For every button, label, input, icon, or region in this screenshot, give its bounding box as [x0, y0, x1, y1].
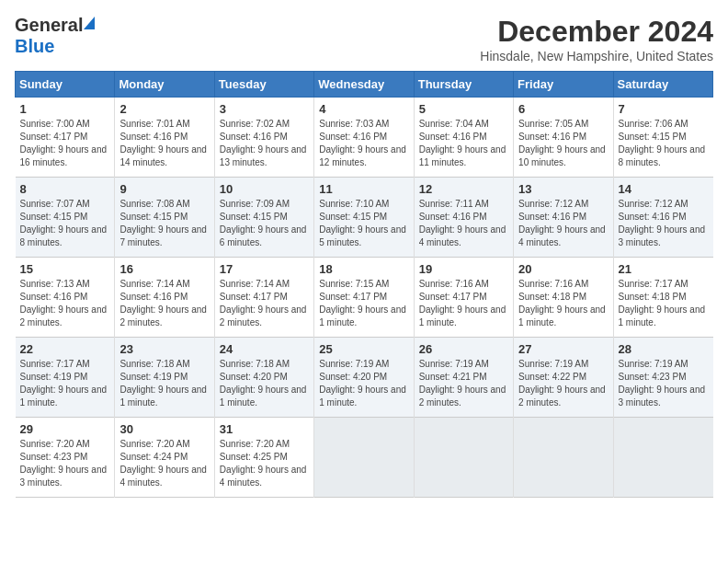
- sunset-label: Sunset: 4:18 PM: [518, 292, 586, 302]
- calendar-cell: 4Sunrise: 7:03 AMSunset: 4:16 PMDaylight…: [314, 98, 414, 178]
- day-number: 25: [319, 342, 408, 356]
- daylight-label: Daylight: 9 hours and 1 minute.: [119, 385, 207, 408]
- calendar-cell: 5Sunrise: 7:04 AMSunset: 4:16 PMDaylight…: [414, 98, 513, 178]
- sunset-label: Sunset: 4:16 PM: [220, 132, 288, 142]
- sunset-label: Sunset: 4:16 PM: [119, 292, 188, 302]
- day-number: 20: [518, 262, 608, 276]
- sunset-label: Sunset: 4:16 PM: [619, 212, 687, 222]
- sunrise-label: Sunrise: 7:12 AM: [619, 199, 688, 209]
- sunrise-label: Sunrise: 7:20 AM: [220, 439, 290, 449]
- day-info: Sunrise: 7:19 AMSunset: 4:23 PMDaylight:…: [619, 358, 709, 409]
- calendar-cell: 20Sunrise: 7:16 AMSunset: 4:18 PMDayligh…: [514, 258, 613, 338]
- sunrise-label: Sunrise: 7:10 AM: [319, 199, 389, 209]
- week-row-5: 29Sunrise: 7:20 AMSunset: 4:23 PMDayligh…: [16, 418, 713, 498]
- day-info: Sunrise: 7:20 AMSunset: 4:24 PMDaylight:…: [119, 438, 209, 489]
- sunset-label: Sunset: 4:16 PM: [119, 132, 188, 142]
- daylight-label: Daylight: 9 hours and 2 minutes.: [119, 304, 207, 327]
- day-info: Sunrise: 7:15 AMSunset: 4:17 PMDaylight:…: [319, 278, 408, 329]
- day-info: Sunrise: 7:00 AMSunset: 4:17 PMDaylight:…: [20, 118, 110, 169]
- daylight-label: Daylight: 9 hours and 4 minutes.: [119, 465, 207, 488]
- day-info: Sunrise: 7:14 AMSunset: 4:17 PMDaylight:…: [220, 278, 309, 329]
- calendar-cell: 11Sunrise: 7:10 AMSunset: 4:15 PMDayligh…: [314, 178, 414, 258]
- sunset-label: Sunset: 4:21 PM: [419, 372, 487, 382]
- sunrise-label: Sunrise: 7:08 AM: [119, 199, 189, 209]
- day-number: 10: [220, 182, 309, 196]
- daylight-label: Daylight: 9 hours and 3 minutes.: [20, 465, 108, 488]
- day-info: Sunrise: 7:18 AMSunset: 4:20 PMDaylight:…: [220, 358, 309, 409]
- day-info: Sunrise: 7:09 AMSunset: 4:15 PMDaylight:…: [220, 198, 309, 249]
- logo-blue: Blue: [15, 36, 54, 56]
- sunset-label: Sunset: 4:16 PM: [518, 132, 586, 142]
- daylight-label: Daylight: 9 hours and 2 minutes.: [20, 304, 108, 327]
- week-row-1: 1Sunrise: 7:00 AMSunset: 4:17 PMDaylight…: [16, 98, 713, 178]
- sunset-label: Sunset: 4:20 PM: [319, 372, 387, 382]
- sunset-label: Sunset: 4:19 PM: [20, 372, 88, 382]
- day-number: 4: [319, 102, 408, 116]
- sunrise-label: Sunrise: 7:20 AM: [20, 439, 90, 449]
- sunrise-label: Sunrise: 7:11 AM: [419, 199, 489, 209]
- logo-general: General: [15, 15, 83, 36]
- day-header-wednesday: Wednesday: [314, 72, 414, 98]
- sunset-label: Sunset: 4:15 PM: [220, 212, 288, 222]
- calendar-cell: 26Sunrise: 7:19 AMSunset: 4:21 PMDayligh…: [414, 338, 513, 418]
- day-header-monday: Monday: [115, 72, 214, 98]
- calendar-cell: [314, 418, 414, 498]
- sunset-label: Sunset: 4:17 PM: [419, 292, 487, 302]
- sunset-label: Sunset: 4:19 PM: [119, 372, 188, 382]
- calendar-cell: 10Sunrise: 7:09 AMSunset: 4:15 PMDayligh…: [214, 178, 313, 258]
- sunrise-label: Sunrise: 7:14 AM: [220, 279, 290, 289]
- sunset-label: Sunset: 4:15 PM: [319, 212, 387, 222]
- header-row: SundayMondayTuesdayWednesdayThursdayFrid…: [16, 72, 713, 98]
- sunrise-label: Sunrise: 7:00 AM: [20, 119, 90, 129]
- day-info: Sunrise: 7:02 AMSunset: 4:16 PMDaylight:…: [220, 118, 309, 169]
- daylight-label: Daylight: 9 hours and 3 minutes.: [619, 224, 706, 247]
- daylight-label: Daylight: 9 hours and 2 minutes.: [518, 385, 606, 408]
- day-number: 27: [518, 342, 608, 356]
- day-number: 11: [319, 182, 408, 196]
- day-info: Sunrise: 7:18 AMSunset: 4:19 PMDaylight:…: [119, 358, 209, 409]
- day-number: 30: [119, 422, 209, 436]
- sunrise-label: Sunrise: 7:18 AM: [119, 359, 189, 369]
- sunset-label: Sunset: 4:16 PM: [20, 292, 88, 302]
- day-info: Sunrise: 7:01 AMSunset: 4:16 PMDaylight:…: [119, 118, 209, 169]
- sunset-label: Sunset: 4:16 PM: [518, 212, 586, 222]
- day-info: Sunrise: 7:07 AMSunset: 4:15 PMDaylight:…: [20, 198, 110, 249]
- sunrise-label: Sunrise: 7:17 AM: [619, 279, 688, 289]
- daylight-label: Daylight: 9 hours and 1 minute.: [220, 385, 307, 408]
- sunset-label: Sunset: 4:22 PM: [518, 372, 586, 382]
- calendar-subtitle: Hinsdale, New Hampshire, United States: [480, 49, 713, 63]
- day-info: Sunrise: 7:13 AMSunset: 4:16 PMDaylight:…: [20, 278, 110, 329]
- day-number: 3: [220, 102, 309, 116]
- day-number: 18: [319, 262, 408, 276]
- sunset-label: Sunset: 4:17 PM: [319, 292, 387, 302]
- calendar-cell: 24Sunrise: 7:18 AMSunset: 4:20 PMDayligh…: [214, 338, 313, 418]
- sunset-label: Sunset: 4:16 PM: [419, 132, 487, 142]
- day-number: 12: [419, 182, 508, 196]
- calendar-cell: 17Sunrise: 7:14 AMSunset: 4:17 PMDayligh…: [214, 258, 313, 338]
- sunrise-label: Sunrise: 7:01 AM: [119, 119, 189, 129]
- sunset-label: Sunset: 4:23 PM: [619, 372, 687, 382]
- sunrise-label: Sunrise: 7:18 AM: [220, 359, 290, 369]
- sunrise-label: Sunrise: 7:09 AM: [220, 199, 290, 209]
- calendar-cell: 21Sunrise: 7:17 AMSunset: 4:18 PMDayligh…: [613, 258, 712, 338]
- day-number: 5: [419, 102, 508, 116]
- sunrise-label: Sunrise: 7:02 AM: [220, 119, 290, 129]
- daylight-label: Daylight: 9 hours and 3 minutes.: [619, 385, 706, 408]
- calendar-cell: 8Sunrise: 7:07 AMSunset: 4:15 PMDaylight…: [16, 178, 115, 258]
- sunset-label: Sunset: 4:17 PM: [220, 292, 288, 302]
- day-header-tuesday: Tuesday: [214, 72, 313, 98]
- sunrise-label: Sunrise: 7:05 AM: [518, 119, 588, 129]
- day-info: Sunrise: 7:05 AMSunset: 4:16 PMDaylight:…: [518, 118, 608, 169]
- day-number: 7: [619, 102, 709, 116]
- week-row-4: 22Sunrise: 7:17 AMSunset: 4:19 PMDayligh…: [16, 338, 713, 418]
- day-info: Sunrise: 7:19 AMSunset: 4:21 PMDaylight:…: [419, 358, 508, 409]
- daylight-label: Daylight: 9 hours and 4 minutes.: [419, 224, 506, 247]
- calendar-cell: 19Sunrise: 7:16 AMSunset: 4:17 PMDayligh…: [414, 258, 513, 338]
- daylight-label: Daylight: 9 hours and 1 minute.: [319, 385, 406, 408]
- sunrise-label: Sunrise: 7:14 AM: [119, 279, 189, 289]
- day-number: 29: [20, 422, 110, 436]
- sunset-label: Sunset: 4:15 PM: [619, 132, 687, 142]
- calendar-cell: 18Sunrise: 7:15 AMSunset: 4:17 PMDayligh…: [314, 258, 414, 338]
- daylight-label: Daylight: 9 hours and 6 minutes.: [220, 224, 307, 247]
- calendar-title: December 2024: [480, 15, 713, 49]
